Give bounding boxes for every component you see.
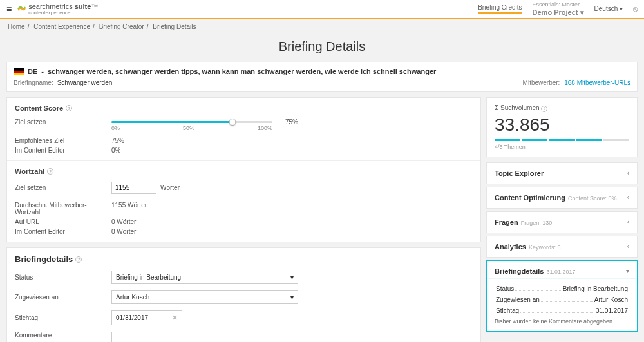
themes-bar: [495, 139, 629, 141]
keyword-list: schwanger werden, schwanger werden tipps…: [48, 68, 436, 75]
topbar: ≡ searchmetrics suite™ contentexperience…: [0, 0, 644, 19]
themes-text: 4/5 Themen: [495, 144, 629, 150]
country-code: DE: [28, 68, 37, 75]
set-goal-label: Ziel setzen: [15, 119, 111, 126]
clear-icon[interactable]: ✕: [172, 314, 178, 322]
assigned-select[interactable]: Artur Kosch ▾: [111, 290, 298, 304]
breadcrumb-item[interactable]: Content Experience: [33, 23, 90, 30]
sumvol-label: Σ Suchvolumen: [495, 104, 540, 111]
set-goal-label: Ziel setzen: [15, 184, 111, 191]
chevron-left-icon: ‹: [627, 194, 629, 201]
info-icon[interactable]: ?: [47, 168, 53, 175]
content-score-title: Content Score: [15, 104, 63, 112]
comments-textarea[interactable]: [111, 332, 298, 342]
chevron-down-icon: ▾: [290, 274, 294, 281]
no-comments-text: Bisher wurden keine Kommentare abgegeben…: [495, 318, 629, 325]
chevron-left-icon: ‹: [627, 218, 629, 225]
deadline-input[interactable]: 01/31/2017 ✕: [111, 310, 182, 325]
briefingname-value: Schwanger werden: [57, 79, 113, 86]
menu-icon[interactable]: ≡: [6, 4, 12, 14]
content-score-card: Content Score ? Ziel setzen 0% 50% 100%: [6, 97, 481, 242]
slider-value: 75%: [285, 119, 298, 126]
chevron-left-icon: ‹: [627, 243, 629, 250]
briefing-details-title: Briefingdetails: [15, 254, 73, 264]
briefing-details-card: Briefingdetails ? Status Briefing in Bea…: [6, 247, 481, 342]
breadcrumb-item: Briefing Details: [153, 23, 196, 30]
breadcrumb: Home/ Content Experience/ Briefing Creat…: [0, 19, 644, 34]
wordcount-unit: Wörter: [160, 184, 180, 191]
competitors-label: Mitbewerber:: [523, 79, 560, 86]
briefingname-label: Briefingname:: [14, 79, 53, 86]
info-icon[interactable]: ?: [541, 106, 547, 112]
wordcount-input[interactable]: [111, 182, 156, 194]
wordcount-title: Wortzahl: [15, 167, 44, 175]
flag-de-icon: [14, 68, 24, 75]
info-icon[interactable]: ?: [66, 105, 72, 111]
briefing-details-panel: StatusBriefing in Bearbeitung Zugewiesen…: [486, 279, 638, 332]
page-title: Briefing Details: [0, 39, 644, 54]
accordion-analytics[interactable]: AnalyticsKeywords: 8 ‹: [486, 236, 638, 258]
status-select[interactable]: Briefing in Bearbeitung ▾: [111, 271, 298, 284]
breadcrumb-item[interactable]: Home: [8, 23, 25, 30]
accordion-fragen[interactable]: FragenFragen: 130 ‹: [486, 211, 638, 233]
keyword-panel: DE - schwanger werden, schwanger werden …: [6, 62, 638, 92]
exit-icon[interactable]: ⎋: [633, 5, 638, 14]
chevron-down-icon: ▾: [626, 267, 629, 274]
project-selector[interactable]: Essentials: Master Demo Project ▾: [533, 1, 584, 17]
info-icon[interactable]: ?: [75, 256, 82, 263]
breadcrumb-item[interactable]: Briefing Creator: [99, 23, 144, 30]
search-volume-card: Σ Suchvolumen ? 33.865 4/5 Themen: [486, 97, 638, 157]
chevron-down-icon: ▾: [620, 5, 623, 12]
language-selector[interactable]: Deutsch ▾: [594, 5, 623, 12]
accordion-topic-explorer[interactable]: Topic Explorer ‹: [486, 162, 638, 184]
accordion-content-optimization[interactable]: Content OptimierungContent Score: 0% ‹: [486, 187, 638, 209]
briefing-credits-link[interactable]: Briefing Credits: [478, 4, 522, 14]
logo[interactable]: searchmetrics suite™ contentexperience: [17, 3, 98, 15]
content-score-slider[interactable]: 0% 50% 100% 75%: [111, 119, 473, 126]
chevron-left-icon: ‹: [627, 169, 629, 176]
sumvol-value: 33.865: [495, 115, 629, 135]
chevron-down-icon: ▾: [580, 8, 584, 16]
competitors-link[interactable]: 168 Mitbewerber-URLs: [564, 79, 630, 86]
chevron-down-icon: ▾: [290, 294, 294, 301]
